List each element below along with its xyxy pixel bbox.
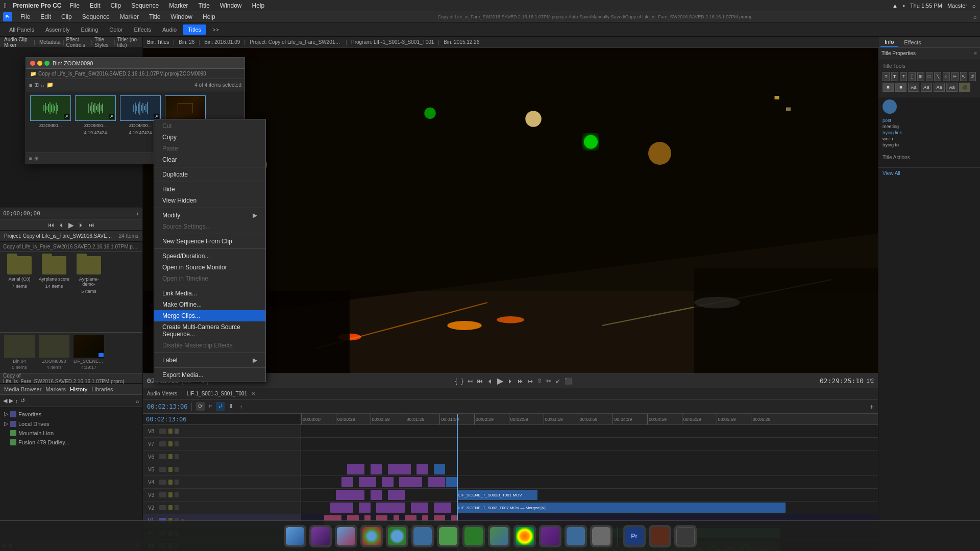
clip-v3-2[interactable] xyxy=(371,490,382,500)
app-menu-edit[interactable]: Edit xyxy=(36,12,55,21)
clip-v4-6[interactable] xyxy=(446,477,457,487)
ctx-label[interactable]: Label ▶ xyxy=(154,355,265,366)
dock-messages[interactable] xyxy=(437,525,459,547)
ctx-modify[interactable]: Modify ▶ xyxy=(154,210,265,221)
view-all-btn[interactable]: View All xyxy=(883,170,900,176)
dock-chrome[interactable] xyxy=(360,525,383,547)
dock-premiere[interactable]: Pr xyxy=(623,525,646,547)
fwd-btn[interactable]: ⏭ xyxy=(518,378,524,385)
tool-pen[interactable]: ✏ xyxy=(951,72,959,81)
rolling-edit-btn[interactable]: ⌗ xyxy=(207,402,214,411)
tool-text-bold[interactable]: T xyxy=(891,72,898,81)
tool-text-italic[interactable]: T xyxy=(900,72,907,81)
step-fwd-btn[interactable]: ⏵ xyxy=(507,378,513,385)
add-track-btn[interactable]: + xyxy=(870,403,874,411)
tool-shape-line[interactable]: ╲ xyxy=(934,72,941,81)
lift-btn[interactable]: ⇧ xyxy=(537,378,542,385)
go-out-btn[interactable]: ↦ xyxy=(528,378,533,385)
mark-in-btn[interactable]: { xyxy=(455,378,457,385)
tab-info[interactable]: Info xyxy=(880,38,898,47)
tab-markers[interactable]: Markers xyxy=(45,386,66,392)
clip-v5-4[interactable] xyxy=(416,464,428,474)
ctx-make-offline[interactable]: Make Offline... xyxy=(154,299,265,310)
minimize-btn[interactable] xyxy=(37,61,42,66)
maximize-btn[interactable] xyxy=(44,61,50,66)
app-menu-window[interactable]: Window xyxy=(166,12,197,21)
ctx-open-timeline[interactable]: Open in Timeline xyxy=(154,273,265,284)
ctx-source-settings[interactable]: Source Settings... xyxy=(154,221,265,232)
new-folder-icon[interactable]: 📁 xyxy=(46,82,54,88)
ctx-paste[interactable]: Paste xyxy=(154,143,265,154)
app-menu-sequence[interactable]: Sequence xyxy=(78,12,114,21)
menu-clip[interactable]: Clip xyxy=(109,2,124,9)
ctx-copy[interactable]: Copy xyxy=(154,132,265,143)
clip-v3-3[interactable] xyxy=(388,490,405,500)
ctx-view-hidden[interactable]: View Hidden xyxy=(154,195,265,206)
metadata-tab[interactable]: Metadata xyxy=(39,39,61,45)
tab-assembly[interactable]: Assembly xyxy=(40,24,75,35)
step-back-btn[interactable]: ⏴ xyxy=(487,378,493,385)
clip-v2-4[interactable] xyxy=(411,503,428,513)
bin-search-icon[interactable]: ⌕ xyxy=(41,82,44,88)
dock-photos[interactable] xyxy=(513,525,536,547)
tab-libraries[interactable]: Libraries xyxy=(91,386,113,392)
ctx-duplicate[interactable]: Duplicate xyxy=(154,169,265,180)
extract-btn[interactable]: ✂ xyxy=(546,378,551,385)
overwrite-btn[interactable]: ⬛ xyxy=(565,378,572,385)
program-tab[interactable]: Program: LIF-1_S001-3_S001_T001 xyxy=(351,39,434,45)
clip-v2-3[interactable] xyxy=(376,503,405,513)
tree-local-drives[interactable]: ▷ Local Drives xyxy=(0,419,142,429)
expand-btn[interactable]: ↗ xyxy=(64,114,69,119)
ctx-export-media[interactable]: Export Media... xyxy=(154,369,265,381)
menu-marker[interactable]: Marker xyxy=(167,2,190,9)
dock-mail[interactable] xyxy=(411,525,434,547)
tool-rotate[interactable]: ↺ xyxy=(969,72,976,81)
dock-siri[interactable] xyxy=(335,525,357,547)
tool-text-t[interactable]: T xyxy=(883,72,890,81)
ctx-speed-duration[interactable]: Speed/Duration... xyxy=(154,251,265,262)
menu-sequence[interactable]: Sequence xyxy=(129,2,161,9)
bin-2016-tab[interactable]: Bin: 2016.01.09 xyxy=(204,39,240,45)
menu-window[interactable]: Window xyxy=(218,2,244,9)
ctx-new-sequence[interactable]: New Sequence From Clip xyxy=(154,236,265,247)
tree-favorites[interactable]: ▷ Favorites xyxy=(0,409,142,419)
clip-v4-3[interactable] xyxy=(382,477,394,487)
clip-v5-1[interactable] xyxy=(347,464,364,474)
dock-launchpad[interactable] xyxy=(309,525,332,547)
ctx-cut[interactable]: Cut xyxy=(154,120,265,132)
bin-item-2[interactable]: ↗ ZOOM00... 4:19:47424 xyxy=(75,95,116,148)
menu-help[interactable]: Help xyxy=(250,2,267,9)
tool-shape-rect[interactable]: □ xyxy=(926,72,933,81)
ctx-clear[interactable]: Clear xyxy=(154,154,265,165)
bin-26-tab[interactable]: Bin: 26 xyxy=(179,39,194,45)
tab-media-browser[interactable]: Media Browser xyxy=(4,386,41,392)
dock-facetime[interactable] xyxy=(462,525,485,547)
clip-v2-5[interactable] xyxy=(434,503,451,513)
title-props-arrow[interactable]: ≡ xyxy=(974,51,977,57)
app-menu-title[interactable]: Title xyxy=(145,12,164,21)
browser-up-btn[interactable]: ↑ xyxy=(15,398,18,404)
dock-itunes[interactable] xyxy=(539,525,561,547)
clip-v5-2[interactable] xyxy=(371,464,382,474)
bin-titles-tab[interactable]: Bin: Titles xyxy=(147,39,169,45)
effect-controls-tab[interactable]: Effect Controls xyxy=(66,37,89,48)
search-app-icon[interactable]: ⌕ xyxy=(973,14,977,20)
clip-v4-1[interactable] xyxy=(341,477,353,487)
timeline-sequence-tab[interactable]: LIF-1_S001-3_S001_T001 xyxy=(187,391,247,396)
clip-v2-merged[interactable]: LIF_SCENE_T_S002_T007.MOV — Merged [V] xyxy=(457,503,786,513)
play-pause-btn[interactable]: ▶ xyxy=(68,221,74,229)
ctx-link-media[interactable]: Link Media... xyxy=(154,288,265,299)
menu-file[interactable]: File xyxy=(68,2,82,9)
bin-item-1[interactable]: ↗ ZOOM00... xyxy=(30,95,71,148)
list-view-icon[interactable]: ≡ xyxy=(29,82,32,88)
tool-style-1[interactable]: Aa xyxy=(908,83,919,92)
dock-trash[interactable] xyxy=(674,525,697,547)
expand-btn-2[interactable]: ↗ xyxy=(109,114,114,119)
tab-color[interactable]: Color xyxy=(104,24,128,35)
prev-frame-btn[interactable]: ⏴ xyxy=(58,221,64,229)
insert-edit-btn[interactable]: ↲ xyxy=(216,402,225,411)
app-menu-file[interactable]: File xyxy=(16,12,34,21)
app-menu-help[interactable]: Help xyxy=(199,12,219,21)
dock-appstore[interactable] xyxy=(565,525,587,547)
browser-refresh-btn[interactable]: ↺ xyxy=(20,397,25,404)
